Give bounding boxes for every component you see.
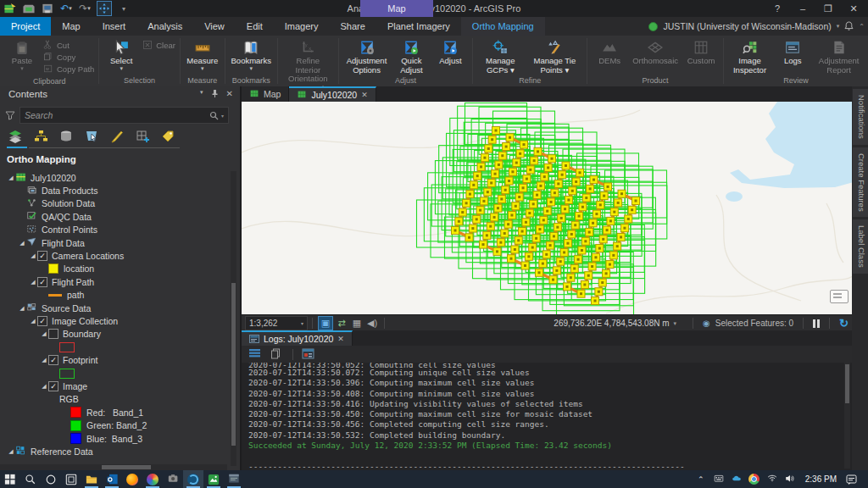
adjust-button[interactable]: Adjust: [431, 37, 470, 75]
tray-onedrive-icon[interactable]: [731, 474, 743, 485]
select-button[interactable]: Select▾: [102, 37, 141, 75]
tree-item-rgb[interactable]: RGB: [0, 393, 227, 406]
tree-item-reference-data[interactable]: ◢Reference Data: [0, 445, 227, 458]
draw-order-icon[interactable]: [7, 129, 24, 144]
symbol-swatch[interactable]: [70, 420, 81, 431]
search-input[interactable]: Search ▾: [19, 107, 229, 124]
expand-arrow-icon[interactable]: ◢: [18, 240, 26, 247]
tray-chevron-up-icon[interactable]: ⌃: [695, 474, 707, 485]
pin-icon[interactable]: [211, 89, 219, 98]
manage-gcps-button[interactable]: Manage GCPs ▾: [476, 37, 525, 75]
taskbar-green-image-app-icon[interactable]: [203, 470, 224, 488]
expand-arrow-icon[interactable]: ◢: [40, 383, 48, 390]
search-icon[interactable]: [209, 111, 219, 120]
snapping-toggle-icon[interactable]: ▣: [318, 316, 333, 330]
taskbar-search-icon[interactable]: [20, 470, 41, 488]
explore-tool-button[interactable]: [97, 1, 112, 16]
close-logs-tab-icon[interactable]: ✕: [337, 335, 344, 343]
taskbar-firefox-icon[interactable]: [122, 470, 142, 488]
bookmarks-button[interactable]: Bookmarks▾: [228, 37, 275, 75]
copy-log-icon[interactable]: [270, 348, 284, 360]
layer-checkbox[interactable]: ✓: [37, 277, 47, 287]
contents-horizontal-scrollbar[interactable]: [0, 464, 227, 470]
expand-arrow-icon[interactable]: ◢: [29, 252, 37, 259]
list-by-labeling-icon[interactable]: [159, 129, 176, 144]
layer-checkbox[interactable]: [48, 329, 58, 339]
symbol-swatch[interactable]: [59, 369, 75, 379]
dock-tab-label-class[interactable]: Label Class: [853, 219, 868, 274]
quick-adjust-button[interactable]: Quick Adjust: [392, 37, 431, 75]
layer-checkbox[interactable]: ✓: [37, 251, 47, 261]
taskbar-clock[interactable]: 2:36 PM: [802, 474, 840, 484]
panel-menu-icon[interactable]: ▾: [200, 89, 203, 98]
list-by-selection-icon[interactable]: [83, 129, 100, 144]
taskbar-file-explorer-icon[interactable]: [81, 470, 102, 488]
expand-arrow-icon[interactable]: ◢: [7, 175, 15, 181]
taskbar-start-button[interactable]: [0, 470, 20, 488]
tree-item-image[interactable]: ◢✓Image: [0, 380, 227, 392]
notifications-bell-icon[interactable]: [844, 21, 854, 31]
tree-item-red-band-1[interactable]: Red: Band_1: [0, 406, 227, 419]
tree-item-data-products[interactable]: Data Products: [0, 184, 227, 197]
ribbon-tab-imagery[interactable]: Imagery: [274, 17, 330, 36]
open-log-file-icon[interactable]: [302, 348, 315, 360]
list-by-snapping-icon[interactable]: [134, 129, 151, 144]
list-by-editing-icon[interactable]: [108, 129, 125, 144]
close-button[interactable]: ✕: [841, 0, 866, 17]
tray-keyboard-icon[interactable]: [713, 474, 725, 485]
catalog-layers-icon[interactable]: [58, 129, 75, 144]
tree-item-source-data[interactable]: ◢Source Data: [0, 302, 227, 314]
signed-in-user[interactable]: JUSTIN (University of Wisconsin-Madison): [663, 21, 831, 31]
new-project-icon[interactable]: [3, 2, 17, 15]
account-dropdown-icon[interactable]: ▾: [837, 23, 840, 30]
taskbar-camera-app-icon[interactable]: [163, 470, 183, 488]
filter-icon[interactable]: [5, 110, 15, 120]
layer-checkbox[interactable]: ✓: [48, 355, 58, 365]
symbol-swatch[interactable]: [70, 407, 81, 418]
logs-button[interactable]: Logs: [773, 37, 812, 75]
tray-volume-icon[interactable]: [784, 474, 796, 485]
tree-item-qa-qc-data[interactable]: QA/QC Data: [0, 210, 227, 223]
tree-item-path[interactable]: path: [0, 289, 227, 302]
logs-tab[interactable]: Logs: July102020 ✕: [242, 330, 353, 346]
tree-item-control-points[interactable]: Control Points: [0, 224, 227, 236]
coords-dropdown-icon[interactable]: ▾: [674, 320, 677, 327]
maximize-button[interactable]: ❐: [815, 0, 841, 17]
layer-checkbox[interactable]: ✓: [48, 381, 58, 391]
open-project-icon[interactable]: [22, 2, 36, 15]
tree-item-camera-locations[interactable]: ◢✓Camera Locations: [0, 249, 227, 262]
adjustment-options-button[interactable]: Adjustment Options: [342, 37, 392, 75]
symbol-swatch[interactable]: [48, 263, 58, 274]
expand-arrow-icon[interactable]: ◢: [29, 279, 37, 286]
ribbon-tab-insert[interactable]: Insert: [92, 17, 137, 36]
tray-wifi-icon[interactable]: [766, 474, 778, 485]
tree-item-blue-band-3[interactable]: Blue: Band_3: [0, 432, 227, 445]
expand-arrow-icon[interactable]: ◢: [29, 318, 37, 324]
refresh-icon[interactable]: ↻: [839, 317, 849, 330]
ribbon-tab-analysis[interactable]: Analysis: [136, 17, 193, 36]
tree-item-footprint[interactable]: ◢✓Footprint: [0, 353, 227, 366]
map-canvas[interactable]: [242, 102, 852, 314]
logs-scrollbar[interactable]: [844, 363, 850, 469]
tree-item-flight-data[interactable]: ◢Flight Data: [0, 236, 227, 249]
image-inspector-button[interactable]: Image Inspector: [726, 37, 773, 75]
tree-item-boundary[interactable]: ◢Boundary: [0, 328, 227, 341]
tree-item-green-band-2[interactable]: Green: Band_2: [0, 419, 227, 431]
expand-arrow-icon[interactable]: ◢: [18, 305, 26, 312]
map-scale-select[interactable]: 1:3,262 ▾: [245, 316, 308, 330]
measure-button[interactable]: Measure▾: [183, 37, 222, 75]
ribbon-tab-planet-imagery[interactable]: Planet Imagery: [376, 17, 461, 36]
tree-item-symbol[interactable]: [0, 341, 227, 353]
ribbon-tab-share[interactable]: Share: [330, 17, 376, 36]
expand-arrow-icon[interactable]: ◢: [7, 448, 15, 455]
ribbon-tab-project[interactable]: Project: [0, 17, 51, 36]
expand-arrow-icon[interactable]: ◢: [40, 357, 48, 363]
symbol-swatch[interactable]: [48, 294, 62, 297]
onscreen-navigator-icon[interactable]: [830, 290, 849, 303]
pause-drawing-icon[interactable]: [813, 319, 820, 328]
contents-vertical-scrollbar[interactable]: [231, 171, 236, 466]
taskbar-outlook-icon[interactable]: [102, 470, 122, 488]
ribbon-tab-map[interactable]: Map: [51, 17, 91, 36]
symbol-swatch[interactable]: [59, 342, 75, 352]
ribbon-tab-view[interactable]: View: [193, 17, 236, 36]
